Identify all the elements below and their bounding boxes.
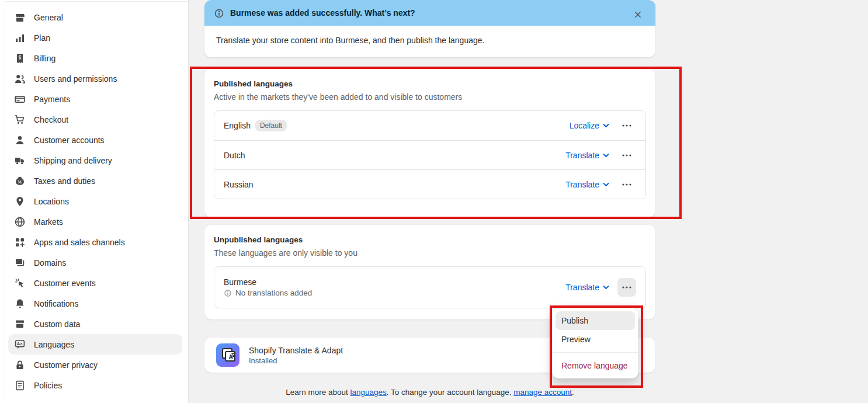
published-subtitle: Active in the markets they've been added… xyxy=(214,92,646,102)
sidebar-item-label: Payments xyxy=(34,95,70,104)
more-options-button[interactable] xyxy=(617,175,636,194)
chevron-down-icon xyxy=(603,285,609,290)
sidebar-item-users-and-permissions[interactable]: Users and permissions xyxy=(8,68,182,89)
sidebar-item-billing[interactable]: Billing xyxy=(8,48,182,68)
sidebar-item-customer-accounts[interactable]: Customer accounts xyxy=(8,130,182,150)
sidebar-item-shipping-and-delivery[interactable]: Shipping and delivery xyxy=(8,150,182,171)
language-name-line: Dutch xyxy=(224,151,565,160)
sidebar-item-customer-events[interactable]: Customer events xyxy=(8,273,182,293)
published-language-list: EnglishDefaultLocalizeDutchTranslateRuss… xyxy=(214,110,646,199)
translate-app-icon: A xyxy=(216,343,239,367)
manage-account-link[interactable]: manage account xyxy=(513,388,572,397)
success-banner: Burmese was added successfully. What’s n… xyxy=(204,0,655,57)
sidebar-item-domains[interactable]: Domains xyxy=(8,252,182,273)
localize-button[interactable]: Localize xyxy=(570,121,609,130)
translate-app-title: Shopify Translate & Adapt xyxy=(249,346,343,355)
translate-button[interactable]: Translate xyxy=(565,180,609,189)
sidebar-item-notifications[interactable]: Notifications xyxy=(8,293,182,314)
sidebar-item-label: Customer events xyxy=(34,279,96,288)
sidebar-item-general[interactable]: General xyxy=(8,7,182,27)
notifications-icon xyxy=(14,298,26,310)
menu-divider xyxy=(552,352,638,353)
language-name-line: EnglishDefault xyxy=(224,120,570,131)
language-row-english: EnglishDefaultLocalize xyxy=(214,111,645,140)
sidebar-item-checkout[interactable]: Checkout xyxy=(8,109,182,130)
language-info: EnglishDefault xyxy=(224,120,570,131)
chevron-down-icon xyxy=(603,123,609,128)
language-info: Russian xyxy=(224,180,565,189)
billing-icon xyxy=(14,53,26,64)
more-options-icon xyxy=(622,183,631,186)
sidebar-item-locations[interactable]: Locations xyxy=(8,191,182,211)
customer-privacy-icon xyxy=(14,359,26,371)
translate-button[interactable]: Translate xyxy=(565,283,609,292)
sidebar-item-label: Customer privacy xyxy=(34,360,98,370)
sidebar-item-label: Markets xyxy=(34,217,63,227)
sidebar-item-label: Apps and sales channels xyxy=(34,238,125,247)
footer-text-prefix: Learn more about xyxy=(286,388,350,397)
sidebar-item-plan[interactable]: Plan xyxy=(8,27,182,48)
sidebar-item-custom-data[interactable]: Custom data xyxy=(8,314,182,334)
published-title: Published languages xyxy=(214,79,646,88)
sidebar-item-policies[interactable]: Policies xyxy=(8,375,182,395)
sidebar-item-label: Domains xyxy=(34,258,66,267)
svg-text:A×: A× xyxy=(17,341,23,346)
sidebar-item-markets[interactable]: Markets xyxy=(8,211,182,232)
translation-status-text: No translations added xyxy=(235,289,312,297)
sidebar-item-apps-and-sales-channels[interactable]: Apps and sales channels xyxy=(8,232,182,252)
row-actions: Translate xyxy=(565,175,636,194)
sidebar-item-taxes-and-duties[interactable]: Taxes and duties xyxy=(8,171,182,191)
banner-title: Burmese was added successfully. What’s n… xyxy=(230,8,415,18)
row-actions: Translate xyxy=(565,146,636,165)
unpublished-languages-card: Unpublished languages These languages ar… xyxy=(204,225,655,319)
menu-item-remove-language[interactable]: Remove language xyxy=(555,356,635,375)
language-name: Burmese xyxy=(224,277,256,287)
menu-item-publish[interactable]: Publish xyxy=(555,311,635,330)
checkout-icon xyxy=(14,114,26,126)
menu-item-preview[interactable]: Preview xyxy=(555,330,635,349)
banner-body: Translate your store content into Burmes… xyxy=(204,26,655,57)
chevron-down-icon xyxy=(603,182,609,187)
close-banner-button[interactable] xyxy=(630,5,646,21)
translate-app-status: Installed xyxy=(249,356,343,365)
language-info: BurmeseNo translations added xyxy=(224,277,565,297)
domains-icon xyxy=(14,257,26,269)
custom-data-icon xyxy=(14,318,26,330)
shipping-icon xyxy=(14,155,26,166)
footer-note: Learn more about languages. To change yo… xyxy=(204,388,655,397)
action-label: Translate xyxy=(565,180,599,189)
sidebar-item-label: Checkout xyxy=(34,115,68,124)
language-row-russian: RussianTranslate xyxy=(214,169,645,199)
more-options-button[interactable] xyxy=(617,278,636,297)
sidebar-item-label: Customer accounts xyxy=(34,136,105,145)
more-options-button[interactable] xyxy=(617,146,636,165)
unpublished-title: Unpublished languages xyxy=(214,235,646,244)
row-actions: Translate xyxy=(565,278,636,297)
sidebar-item-label: General xyxy=(34,13,63,22)
apps-icon xyxy=(14,237,26,248)
language-name: Dutch xyxy=(224,151,245,160)
sidebar-item-label: Locations xyxy=(34,197,69,206)
action-label: Translate xyxy=(565,283,599,292)
unpublished-subtitle: These languages are only visible to you xyxy=(214,248,646,258)
language-name: English xyxy=(224,121,251,130)
default-badge: Default xyxy=(255,120,287,131)
sidebar-item-payments[interactable]: Payments xyxy=(8,89,182,109)
policies-icon xyxy=(14,380,26,391)
unpublished-language-list: BurmeseNo translations addedTranslate xyxy=(214,266,646,308)
chevron-down-icon xyxy=(603,153,609,158)
language-name: Russian xyxy=(224,180,254,189)
sidebar-item-label: Languages xyxy=(34,340,74,349)
published-languages-card: Published languages Active in the market… xyxy=(204,69,655,217)
more-options-icon xyxy=(622,124,631,127)
footer-text-middle: . To change your account language, xyxy=(387,388,513,397)
sidebar-item-customer-privacy[interactable]: Customer privacy xyxy=(8,355,182,375)
language-name-line: Russian xyxy=(224,180,565,189)
sidebar-item-languages[interactable]: A×Languages xyxy=(8,334,182,355)
more-options-button[interactable] xyxy=(617,116,636,135)
settings-sidebar: GeneralPlanBillingUsers and permissionsP… xyxy=(0,0,189,403)
sidebar-item-label: Shipping and delivery xyxy=(34,156,112,165)
translate-button[interactable]: Translate xyxy=(565,151,609,160)
language-options-menu: PublishPreviewRemove language xyxy=(552,308,638,378)
languages-help-link[interactable]: languages xyxy=(350,388,387,397)
